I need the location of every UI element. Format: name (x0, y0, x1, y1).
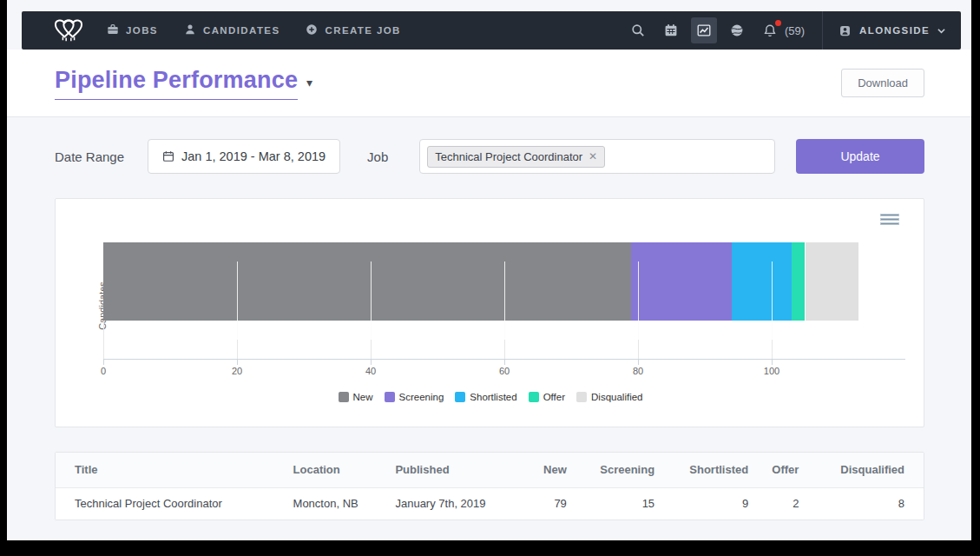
table-header-row: TitleLocationPublishedNewScreeningShortl… (56, 453, 924, 487)
date-range-value: Jan 1, 2019 - Mar 8, 2019 (181, 149, 326, 163)
user-name: ALONGSIDE (859, 25, 930, 36)
cell-title: Technical Project Coordinator (56, 487, 288, 520)
calendar-icon[interactable] (658, 17, 684, 43)
chart-axis-tick (103, 360, 104, 365)
cell-offer: 2 (753, 487, 804, 520)
briefcase-icon (107, 23, 119, 37)
notification-count[interactable]: (59) (785, 24, 805, 37)
nav-item-label: CANDIDATES (203, 25, 280, 36)
cell-shortlisted: 9 (660, 487, 753, 520)
search-icon[interactable] (625, 17, 651, 43)
legend-item-offer[interactable]: Offer (529, 392, 565, 402)
chart-gridline-overlay (638, 261, 639, 340)
date-range-input[interactable]: Jan 1, 2019 - Mar 8, 2019 (148, 139, 340, 174)
legend-item-screening[interactable]: Screening (385, 392, 444, 402)
date-range-label: Date Range (55, 149, 124, 164)
user-menu[interactable]: ALONGSIDE (839, 24, 945, 37)
column-header-published: Published (390, 453, 526, 487)
alongside-logo[interactable] (49, 17, 88, 44)
download-button[interactable]: Download (841, 69, 924, 97)
person-icon (184, 23, 196, 37)
chart-menu-icon[interactable] (880, 214, 899, 227)
chart-tick-label: 100 (764, 366, 779, 376)
chart-axis-tick (772, 360, 773, 365)
plus-circle-icon (306, 23, 318, 37)
legend-label: New (353, 392, 373, 402)
bar-segment-disqualified[interactable] (806, 242, 859, 321)
chevron-down-icon (937, 27, 945, 35)
legend-swatch (339, 392, 349, 402)
bar-segment-offer[interactable] (792, 242, 805, 321)
bar-segment-screening[interactable] (631, 242, 732, 321)
bar-segment-new[interactable] (103, 242, 631, 321)
chart-axis-tick (504, 360, 505, 365)
nav-item-create-job[interactable]: CREATE JOB (306, 23, 400, 37)
globe-icon[interactable] (724, 17, 750, 43)
column-header-offer: Offer (753, 453, 804, 487)
column-header-new: New (526, 453, 571, 487)
column-header-disqualified: Disqualified (804, 453, 924, 487)
job-tag: Technical Project Coordinator ✕ (427, 146, 605, 168)
bell-icon[interactable] (757, 17, 783, 43)
chart-gridline-overlay (504, 261, 505, 340)
cell-location: Moncton, NB (288, 487, 391, 520)
chart-gridline-overlay (772, 261, 773, 340)
nav-item-label: CREATE JOB (325, 25, 400, 36)
top-navbar: JOBSCANDIDATESCREATE JOB (59) ALONGSIDE (22, 11, 961, 50)
remove-tag-icon[interactable]: ✕ (589, 151, 597, 162)
legend-swatch (529, 392, 539, 402)
column-header-shortlisted: Shortlisted (660, 453, 753, 487)
nav-item-candidates[interactable]: CANDIDATES (184, 23, 280, 37)
results-table: TitleLocationPublishedNewScreeningShortl… (56, 453, 924, 520)
title-dropdown-caret[interactable]: ▾ (306, 76, 312, 89)
user-avatar-icon (839, 24, 852, 37)
table-row[interactable]: Technical Project CoordinatorMoncton, NB… (56, 487, 924, 520)
chart-tick-label: 80 (633, 366, 643, 376)
column-header-title: Title (56, 453, 288, 487)
legend-item-shortlisted[interactable]: Shortlisted (455, 392, 516, 402)
legend-item-new[interactable]: New (339, 392, 373, 402)
chart-tick-label: 0 (101, 366, 106, 376)
cell-screening: 15 (572, 487, 660, 520)
table-body: Technical Project CoordinatorMoncton, NB… (56, 487, 924, 520)
job-select-input[interactable]: Technical Project Coordinator ✕ (419, 139, 775, 174)
nav-action-icons (618, 17, 783, 43)
notification-badge-dot (775, 20, 781, 26)
legend-label: Offer (543, 392, 565, 402)
nav-item-label: JOBS (126, 25, 158, 36)
legend-item-disqualified[interactable]: Disqualified (576, 392, 642, 402)
chart-x-axis (103, 359, 905, 360)
job-tag-label: Technical Project Coordinator (435, 150, 582, 163)
chart-axis-tick (237, 360, 238, 365)
legend-label: Shortlisted (470, 392, 516, 402)
chart-legend: NewScreeningShortlistedOfferDisqualified (56, 392, 925, 402)
legend-label: Screening (399, 392, 444, 402)
page-header: Pipeline Performance ▾ Download (7, 50, 971, 117)
bar-segment-shortlisted[interactable] (732, 242, 792, 321)
pipeline-chart-panel: Candidates 020406080100 NewScreeningShor… (55, 198, 924, 427)
nav-item-jobs[interactable]: JOBS (107, 23, 158, 37)
primary-nav: JOBSCANDIDATESCREATE JOB (107, 23, 427, 37)
chart-axis-tick (638, 360, 639, 365)
column-header-screening: Screening (572, 453, 660, 487)
nav-divider (822, 11, 823, 50)
chart-gridline-overlay (237, 261, 238, 340)
legend-swatch (576, 392, 587, 402)
filters-bar: Date Range Jan 1, 2019 - Mar 8, 2019 Job… (55, 139, 924, 174)
page-title: Pipeline Performance (55, 67, 298, 100)
chart-icon[interactable] (691, 17, 717, 43)
cell-disqualified: 8 (804, 487, 924, 520)
calendar-icon (162, 150, 174, 162)
legend-swatch (385, 392, 395, 402)
chart-gridline-overlay (371, 261, 372, 340)
chart-plot-area: 020406080100 (103, 242, 905, 360)
legend-swatch (455, 392, 465, 402)
cell-published: January 7th, 2019 (390, 487, 526, 520)
chart-axis-tick (371, 360, 372, 365)
results-table-panel: TitleLocationPublishedNewScreeningShortl… (55, 452, 924, 520)
update-button[interactable]: Update (796, 139, 924, 174)
chart-tick-label: 60 (499, 366, 510, 376)
job-label: Job (367, 149, 388, 164)
legend-label: Disqualified (591, 392, 642, 402)
chart-tick-label: 20 (232, 366, 242, 376)
